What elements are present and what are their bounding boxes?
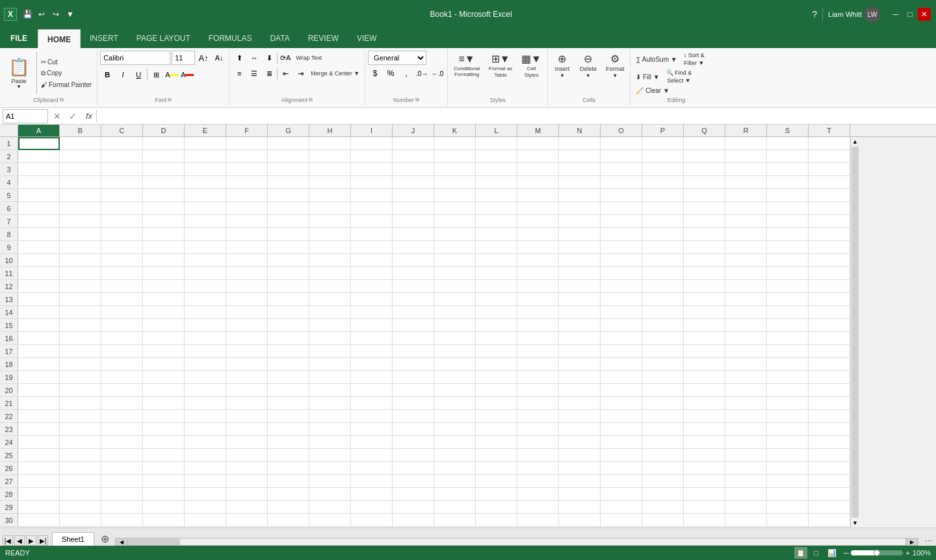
N15-cell[interactable] xyxy=(559,319,601,332)
B12-cell[interactable] xyxy=(60,280,101,293)
P3-cell[interactable] xyxy=(642,163,684,176)
B10-cell[interactable] xyxy=(60,254,101,267)
L16-cell[interactable] xyxy=(476,332,517,345)
O18-cell[interactable] xyxy=(601,358,642,371)
H2-cell[interactable] xyxy=(309,150,351,163)
I12-cell[interactable] xyxy=(351,280,393,293)
M28-cell[interactable] xyxy=(517,488,559,501)
H8-cell[interactable] xyxy=(309,228,351,241)
L12-cell[interactable] xyxy=(476,280,517,293)
F13-cell[interactable] xyxy=(226,293,268,306)
vertical-scrollbar[interactable]: ▲ ▼ xyxy=(850,137,859,528)
T10-cell[interactable] xyxy=(809,254,850,267)
C7-cell[interactable] xyxy=(101,215,143,228)
D26-cell[interactable] xyxy=(143,462,185,475)
col-header-m[interactable]: M xyxy=(517,125,559,136)
S17-cell[interactable] xyxy=(767,345,809,358)
F29-cell[interactable] xyxy=(226,501,268,514)
scroll-up-button[interactable]: ▲ xyxy=(851,137,859,146)
H17-cell[interactable] xyxy=(309,345,351,358)
R28-cell[interactable] xyxy=(725,488,767,501)
A14-cell[interactable] xyxy=(18,306,60,319)
F26-cell[interactable] xyxy=(226,462,268,475)
E1-cell[interactable] xyxy=(185,137,226,150)
T30-cell[interactable] xyxy=(809,514,850,527)
R14-cell[interactable] xyxy=(725,306,767,319)
D24-cell[interactable] xyxy=(143,436,185,449)
K10-cell[interactable] xyxy=(434,254,476,267)
D30-cell[interactable] xyxy=(143,514,185,527)
S16-cell[interactable] xyxy=(767,332,809,345)
J12-cell[interactable] xyxy=(393,280,434,293)
D12-cell[interactable] xyxy=(143,280,185,293)
B19-cell[interactable] xyxy=(60,371,101,384)
R11-cell[interactable] xyxy=(725,267,767,280)
N13-cell[interactable] xyxy=(559,293,601,306)
S25-cell[interactable] xyxy=(767,449,809,462)
B24-cell[interactable] xyxy=(60,436,101,449)
F17-cell[interactable] xyxy=(226,345,268,358)
H11-cell[interactable] xyxy=(309,267,351,280)
N17-cell[interactable] xyxy=(559,345,601,358)
P20-cell[interactable] xyxy=(642,384,684,397)
E21-cell[interactable] xyxy=(185,397,226,410)
decrease-decimal-button[interactable]: .0→ xyxy=(415,66,429,81)
H15-cell[interactable] xyxy=(309,319,351,332)
D22-cell[interactable] xyxy=(143,410,185,423)
A20-cell[interactable] xyxy=(18,384,60,397)
B22-cell[interactable] xyxy=(60,410,101,423)
L5-cell[interactable] xyxy=(476,189,517,202)
D27-cell[interactable] xyxy=(143,475,185,488)
J23-cell[interactable] xyxy=(393,423,434,436)
K15-cell[interactable] xyxy=(434,319,476,332)
N1-cell[interactable] xyxy=(559,137,601,150)
J29-cell[interactable] xyxy=(393,501,434,514)
S23-cell[interactable] xyxy=(767,423,809,436)
col-header-n[interactable]: N xyxy=(559,125,601,136)
M4-cell[interactable] xyxy=(517,176,559,189)
B14-cell[interactable] xyxy=(60,306,101,319)
B26-cell[interactable] xyxy=(60,462,101,475)
minimize-button[interactable]: ─ xyxy=(889,8,902,21)
fill-button[interactable]: ⬇ Fill ▼ xyxy=(633,68,662,85)
col-header-s[interactable]: S xyxy=(767,125,809,136)
G5-cell[interactable] xyxy=(268,189,309,202)
B1-cell[interactable] xyxy=(60,137,101,150)
T22-cell[interactable] xyxy=(809,410,850,423)
R24-cell[interactable] xyxy=(725,436,767,449)
B29-cell[interactable] xyxy=(60,501,101,514)
sheet-options-button[interactable]: ⋯ xyxy=(921,537,936,546)
maximize-button[interactable]: □ xyxy=(904,8,916,21)
find-select-button[interactable]: 🔍 Find & Select ▼ xyxy=(664,68,695,85)
horizontal-scrollbar[interactable]: ◀ ▶ xyxy=(112,538,921,546)
cut-button[interactable]: ✂ Cut xyxy=(38,57,94,67)
B17-cell[interactable] xyxy=(60,345,101,358)
K19-cell[interactable] xyxy=(434,371,476,384)
H4-cell[interactable] xyxy=(309,176,351,189)
G15-cell[interactable] xyxy=(268,319,309,332)
L26-cell[interactable] xyxy=(476,462,517,475)
J24-cell[interactable] xyxy=(393,436,434,449)
D23-cell[interactable] xyxy=(143,423,185,436)
row-number-26[interactable]: 26 xyxy=(0,462,18,475)
O2-cell[interactable] xyxy=(601,150,642,163)
G9-cell[interactable] xyxy=(268,241,309,254)
col-header-c[interactable]: C xyxy=(101,125,143,136)
L3-cell[interactable] xyxy=(476,163,517,176)
H22-cell[interactable] xyxy=(309,410,351,423)
currency-button[interactable]: $ xyxy=(368,66,382,81)
row-number-18[interactable]: 18 xyxy=(0,358,18,371)
S21-cell[interactable] xyxy=(767,397,809,410)
A13-cell[interactable] xyxy=(18,293,60,306)
M24-cell[interactable] xyxy=(517,436,559,449)
A18-cell[interactable] xyxy=(18,358,60,371)
J25-cell[interactable] xyxy=(393,449,434,462)
E13-cell[interactable] xyxy=(185,293,226,306)
E12-cell[interactable] xyxy=(185,280,226,293)
J13-cell[interactable] xyxy=(393,293,434,306)
D11-cell[interactable] xyxy=(143,267,185,280)
normal-view-button[interactable]: 📋 xyxy=(794,547,807,559)
B7-cell[interactable] xyxy=(60,215,101,228)
D9-cell[interactable] xyxy=(143,241,185,254)
alignment-expand-icon[interactable]: ⧉ xyxy=(309,97,313,103)
